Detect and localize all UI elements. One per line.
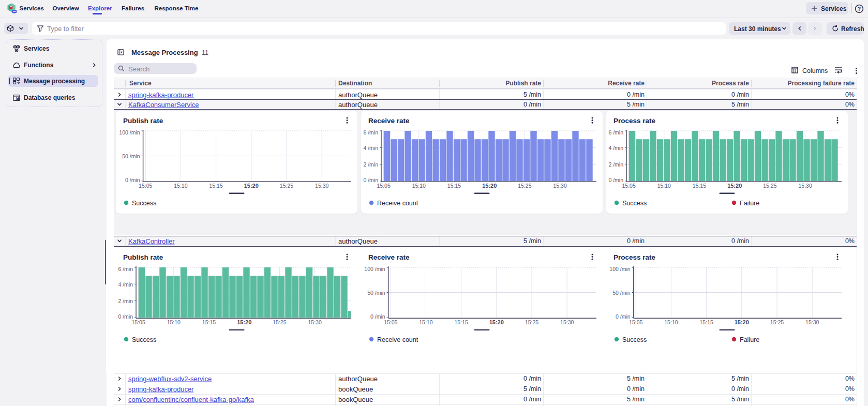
svg-text:15:10: 15:10 <box>174 183 187 189</box>
svg-text:15:15: 15:15 <box>202 319 216 325</box>
svg-text:4 /min: 4 /min <box>608 144 623 151</box>
svg-text:0 /min: 0 /min <box>616 313 631 320</box>
svg-text:15:30: 15:30 <box>315 183 328 189</box>
svg-text:4 /min: 4 /min <box>118 281 133 288</box>
svg-text:Publish rate: Publish rate <box>123 253 163 261</box>
svg-text:15:20: 15:20 <box>727 183 742 189</box>
svg-text:50 /min: 50 /min <box>122 153 140 159</box>
svg-text:15:20: 15:20 <box>489 319 504 325</box>
svg-text:15:25: 15:25 <box>280 183 293 189</box>
svg-text:15:25: 15:25 <box>273 319 286 325</box>
svg-text:15:20: 15:20 <box>244 183 259 189</box>
svg-text:15:25: 15:25 <box>763 183 776 189</box>
svg-text:15:10: 15:10 <box>419 319 432 325</box>
svg-text:15:25: 15:25 <box>525 319 538 325</box>
svg-text:15:30: 15:30 <box>798 183 812 189</box>
svg-text:2 /min: 2 /min <box>363 161 378 168</box>
svg-text:15:30: 15:30 <box>308 319 321 325</box>
svg-text:15:30: 15:30 <box>560 319 574 325</box>
svg-text:15:20: 15:20 <box>482 183 497 189</box>
svg-text:6 /min: 6 /min <box>608 129 623 135</box>
svg-text:15:30: 15:30 <box>553 183 566 189</box>
svg-text:Success: Success <box>622 199 647 206</box>
svg-text:15:15: 15:15 <box>447 183 461 189</box>
svg-text:15:10: 15:10 <box>657 183 671 189</box>
svg-text:15:05: 15:05 <box>384 319 397 325</box>
svg-text:15:30: 15:30 <box>805 319 819 325</box>
svg-text:4 /min: 4 /min <box>363 144 378 151</box>
svg-text:?: ? <box>858 6 861 12</box>
svg-text:50 /min: 50 /min <box>367 290 385 296</box>
svg-text:Failure: Failure <box>740 336 759 343</box>
svg-text:Receive rate: Receive rate <box>368 253 410 261</box>
svg-text:Success: Success <box>622 336 647 343</box>
svg-text:Publish rate: Publish rate <box>123 117 163 125</box>
svg-text:Success: Success <box>132 199 156 206</box>
svg-text:2 /min: 2 /min <box>608 161 623 168</box>
svg-text:15:15: 15:15 <box>454 319 468 325</box>
svg-text:0 /min: 0 /min <box>118 313 133 320</box>
svg-text:15:15: 15:15 <box>693 183 706 189</box>
svg-text:6 /min: 6 /min <box>363 129 378 135</box>
svg-text:15:05: 15:05 <box>139 183 152 189</box>
svg-text:100 /min: 100 /min <box>609 266 630 272</box>
svg-text:Process rate: Process rate <box>613 253 656 261</box>
svg-text:Process rate: Process rate <box>613 117 656 125</box>
svg-text:50 /min: 50 /min <box>612 290 631 296</box>
svg-text:15:15: 15:15 <box>699 319 713 325</box>
svg-text:15:25: 15:25 <box>518 183 531 189</box>
svg-text:15:20: 15:20 <box>237 319 251 325</box>
svg-text:Success: Success <box>132 336 156 343</box>
svg-text:0 /min: 0 /min <box>370 313 385 320</box>
svg-text:Receive count: Receive count <box>377 336 418 343</box>
svg-text:15:20: 15:20 <box>735 319 749 325</box>
svg-text:15:10: 15:10 <box>167 319 181 325</box>
svg-text:0 /min: 0 /min <box>608 176 623 183</box>
svg-text:15:25: 15:25 <box>770 319 784 325</box>
svg-text:100 /min: 100 /min <box>364 266 385 272</box>
svg-text:15:05: 15:05 <box>629 319 642 325</box>
svg-text:0 /min: 0 /min <box>363 176 378 183</box>
svg-text:0 /min: 0 /min <box>125 176 140 183</box>
svg-text:100 /min: 100 /min <box>119 129 140 135</box>
svg-text:Receive rate: Receive rate <box>368 117 410 125</box>
svg-text:15:10: 15:10 <box>412 183 426 189</box>
svg-text:15:05: 15:05 <box>377 183 390 189</box>
svg-text:6 /min: 6 /min <box>118 266 133 272</box>
svg-text:Receive count: Receive count <box>377 199 418 206</box>
svg-text:2 /min: 2 /min <box>118 298 133 304</box>
svg-text:15:15: 15:15 <box>209 183 222 189</box>
svg-text:15:10: 15:10 <box>664 319 678 325</box>
svg-text:Failure: Failure <box>740 199 759 206</box>
svg-text:15:05: 15:05 <box>622 183 635 189</box>
svg-text:15:05: 15:05 <box>131 319 145 325</box>
